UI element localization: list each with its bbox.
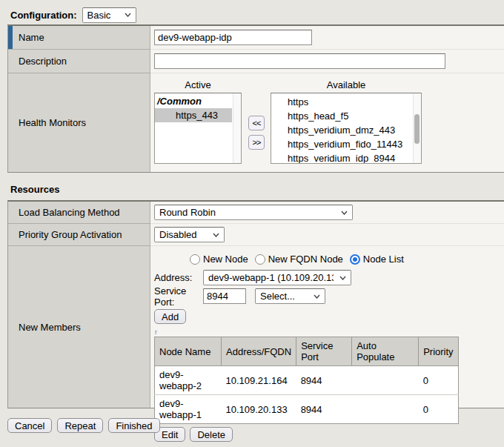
- header-auto-populate: Auto Populate: [352, 337, 419, 366]
- resources-section-title: Resources: [10, 184, 504, 195]
- health-monitors-label-cell: Health Monitors: [8, 73, 150, 172]
- radio-circle-icon: [190, 254, 200, 265]
- header-priority: Priority: [419, 337, 458, 366]
- member-address: 10.109.21.164: [222, 366, 296, 395]
- header-service-port: Service Port: [296, 337, 352, 366]
- finished-button[interactable]: Finished: [108, 418, 159, 433]
- member-address: 10.109.20.133: [222, 395, 296, 424]
- available-monitor-item[interactable]: https_head_f5: [271, 109, 421, 123]
- chevron-down-icon: [339, 276, 346, 280]
- health-monitors-label: Health Monitors: [19, 117, 86, 128]
- load-balancing-label: Load Balancing Method: [19, 207, 120, 218]
- chevron-down-icon: [341, 211, 348, 215]
- members-header-row: Node Name Address/FQDN Service Port Auto…: [155, 337, 459, 366]
- name-input[interactable]: [154, 30, 312, 45]
- new-members-editor: New Node New FQDN Node Node List Address…: [154, 246, 504, 442]
- configuration-bar: Configuration: Basic: [10, 7, 504, 22]
- address-label: Address:: [154, 272, 203, 283]
- priority-group-select[interactable]: Disabled: [154, 227, 225, 242]
- service-port-select[interactable]: Select...: [255, 288, 325, 304]
- add-member-button[interactable]: Add: [154, 309, 186, 324]
- member-port: 8944: [296, 366, 352, 395]
- name-label: Name: [19, 32, 44, 43]
- active-list-scrollbar[interactable]: [233, 93, 241, 163]
- address-select[interactable]: dev9-webapp-1 (10.109.20.133): [203, 270, 351, 285]
- chevron-down-icon: [125, 13, 131, 17]
- available-monitor-item[interactable]: https_veridium_fido_11443: [271, 137, 421, 151]
- member-row[interactable]: dev9-webapp-1 10.109.20.133 8944 0: [155, 395, 459, 424]
- new-members-label: New Members: [19, 322, 81, 333]
- delete-member-button[interactable]: Delete: [190, 427, 233, 442]
- member-auto-populate: [352, 366, 419, 395]
- cancel-button[interactable]: Cancel: [7, 418, 52, 433]
- chevron-down-icon: [213, 233, 219, 237]
- service-port-label: Service Port:: [154, 285, 203, 308]
- radio-new-node[interactable]: New Node: [190, 254, 248, 265]
- general-properties-table: Name Description Health Monitors Active …: [7, 24, 504, 173]
- member-node-name: dev9-webapp-1: [155, 395, 222, 424]
- description-label: Description: [19, 56, 67, 67]
- description-input[interactable]: [154, 53, 445, 69]
- member-port: 8944: [296, 395, 352, 424]
- configuration-label: Configuration:: [10, 10, 77, 21]
- scrollbar-thumb[interactable]: [414, 114, 420, 144]
- member-priority: 0: [419, 366, 458, 395]
- health-monitors-editor: Active /Common https_443 << >> Available…: [154, 73, 422, 164]
- radio-new-fqdn-node[interactable]: New FQDN Node: [255, 254, 343, 265]
- members-table: Node Name Address/FQDN Service Port Auto…: [154, 337, 459, 424]
- member-node-name: dev9-webapp-2: [155, 366, 222, 395]
- radio-node-list[interactable]: Node List: [350, 254, 404, 265]
- chevron-down-icon: [314, 294, 320, 299]
- repeat-button[interactable]: Repeat: [57, 418, 103, 433]
- available-list-scrollbar[interactable]: [413, 93, 421, 163]
- service-port-field-row: Service Port: Select...: [154, 288, 504, 304]
- load-balancing-select[interactable]: Round Robin: [154, 205, 353, 220]
- member-row[interactable]: dev9-webapp-2 10.109.21.164 8944 0: [155, 366, 459, 395]
- move-to-available-button[interactable]: >>: [248, 135, 265, 150]
- resources-table: Load Balancing Method Round Robin Priori…: [7, 200, 504, 408]
- member-auto-populate: [352, 395, 419, 424]
- render-artifact-text: r: [155, 329, 504, 335]
- radio-selected-icon: [350, 254, 360, 265]
- radio-circle-icon: [255, 254, 265, 265]
- active-monitor-item[interactable]: https_443: [155, 108, 232, 122]
- active-partition-label: /Common: [155, 95, 241, 108]
- header-address-fqdn: Address/FQDN: [222, 337, 296, 366]
- available-monitors-listbox[interactable]: https https_head_f5 https_veridium_dmz_4…: [271, 93, 422, 164]
- member-type-radios: New Node New FQDN Node Node List: [190, 254, 504, 265]
- priority-group-label: Priority Group Activation: [19, 229, 122, 240]
- member-priority: 0: [419, 395, 458, 424]
- header-node-name: Node Name: [155, 337, 222, 366]
- configuration-select[interactable]: Basic: [82, 7, 136, 23]
- available-monitor-item[interactable]: https_veridium_dmz_443: [271, 123, 421, 137]
- active-list-title: Active: [154, 79, 242, 90]
- available-monitor-item[interactable]: https_veridium_idp_8944: [271, 151, 421, 164]
- available-list-title: Available: [271, 79, 422, 90]
- move-to-active-button[interactable]: <<: [248, 116, 265, 130]
- available-monitor-item[interactable]: https: [271, 95, 421, 109]
- address-field-row: Address: dev9-webapp-1 (10.109.20.133): [154, 270, 504, 285]
- active-monitors-listbox[interactable]: /Common https_443: [154, 93, 242, 164]
- name-label-cell: Name: [8, 26, 150, 50]
- description-label-cell: Description: [8, 50, 150, 73]
- service-port-input[interactable]: [203, 288, 246, 304]
